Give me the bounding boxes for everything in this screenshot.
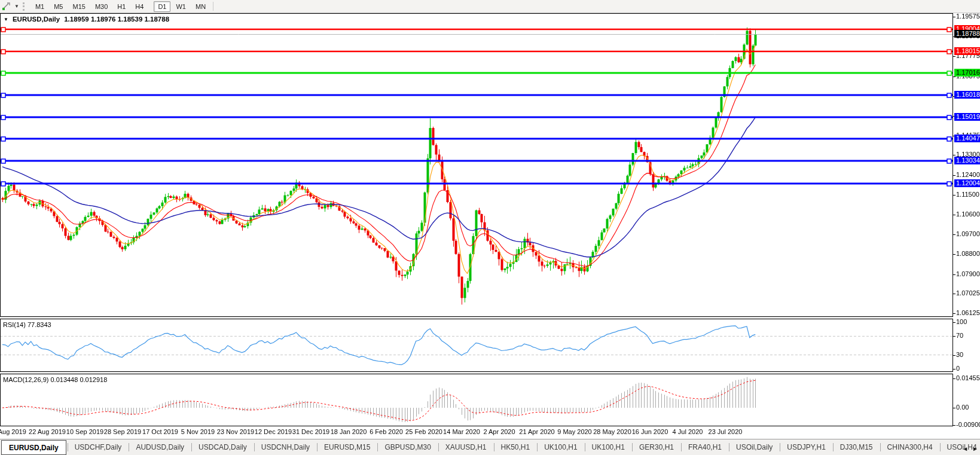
timeframe-button-m30[interactable]: M30 (91, 1, 112, 12)
timeframe-toolbar: ▼ M1M5M15M30H1H4D1W1MN (0, 0, 980, 13)
tab-scroll-right-button[interactable]: ► (972, 445, 978, 452)
chart-canvas[interactable] (0, 0, 980, 455)
symbol-dropdown-icon[interactable]: ▼ (4, 17, 8, 22)
tab-fra40-h1[interactable]: FRA40,H1 (681, 439, 729, 455)
tab-usdjpy-h1[interactable]: USDJPY,H1 (780, 439, 832, 455)
timeframe-button-m5[interactable]: M5 (50, 1, 67, 12)
tab-usdchf-daily[interactable]: USDCHF,Daily (68, 439, 129, 455)
tab-ger30-h1[interactable]: GER30,H1 (632, 439, 681, 455)
tab-audusd-daily[interactable]: AUDUSD,Daily (129, 439, 191, 455)
timeframe-button-group: M1M5M15M30H1H4D1W1MN (30, 3, 210, 10)
timeframe-button-h1[interactable]: H1 (113, 1, 130, 12)
timeframe-button-h4[interactable]: H4 (131, 1, 148, 12)
tab-eurusd-daily[interactable]: EURUSD,Daily (1, 440, 66, 455)
tab-eurusd-m15[interactable]: EURUSD,M15 (317, 439, 377, 455)
tab-usdcad-daily[interactable]: USDCAD,Daily (191, 439, 254, 455)
tab-scroll-left-button[interactable]: ◄ (962, 445, 968, 452)
timeframe-button-m15[interactable]: M15 (68, 1, 89, 12)
tab-uk100-h1[interactable]: UK100,H1 (537, 439, 584, 455)
timeframe-button-m1[interactable]: M1 (31, 1, 48, 12)
trading-platform-window: ▼ M1M5M15M30H1H4D1W1MN ▼ EURUSD,Daily 1.… (0, 0, 980, 455)
chart-tool-icon[interactable] (0, 2, 13, 11)
tab-hk50-h1[interactable]: HK50,H1 (494, 439, 538, 455)
timeframe-button-d1[interactable]: D1 (154, 1, 170, 12)
tab-xauusd-h1[interactable]: XAUUSD,H1 (438, 439, 494, 455)
toolbar-separator (213, 2, 213, 11)
tab-usdcnh-daily[interactable]: USDCNH,Daily (254, 439, 317, 455)
tab-dj30-m15[interactable]: DJ30,M15 (833, 439, 880, 455)
tab-usoil-daily[interactable]: USOil,Daily (729, 439, 780, 455)
tab-china300-h4[interactable]: CHINA300,H4 (880, 439, 940, 455)
timeframe-button-w1[interactable]: W1 (172, 1, 190, 12)
timeframe-button-mn[interactable]: MN (191, 1, 210, 12)
tab-scroll-arrows: ◄ ► (962, 445, 978, 452)
tab-gbpusd-m30[interactable]: GBPUSD,M30 (377, 439, 438, 455)
chart-tool-dropdown-icon[interactable]: ▼ (14, 4, 19, 9)
toolbar-grip[interactable] (23, 2, 27, 11)
chart-tab-bar: EURUSD,DailyUSDCHF,DailyAUDUSD,DailyUSDC… (0, 439, 980, 455)
tab-uk100-h1[interactable]: UK100,H1 (585, 439, 632, 455)
